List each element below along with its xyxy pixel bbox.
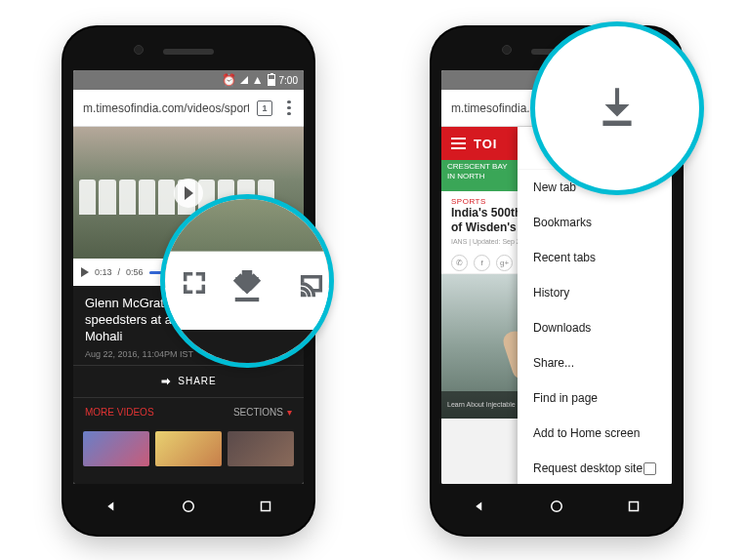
front-camera <box>502 45 512 55</box>
download-icon <box>593 82 642 135</box>
svg-point-2 <box>552 501 562 512</box>
menu-item-downloads[interactable]: Downloads <box>518 310 672 345</box>
duration: 0:56 <box>126 267 144 277</box>
back-button[interactable] <box>471 498 488 519</box>
cast-icon <box>298 271 325 302</box>
front-camera <box>134 45 144 55</box>
menu-item-find[interactable]: Find in page <box>518 380 672 416</box>
thumb-3[interactable] <box>228 431 294 466</box>
battery-icon <box>268 74 275 86</box>
home-button[interactable] <box>548 498 565 519</box>
clock: 7:00 <box>279 75 298 86</box>
play-button[interactable] <box>174 179 203 208</box>
fullscreen-icon <box>181 269 208 300</box>
thumb-1[interactable] <box>83 431 149 466</box>
menu-item-desktop-site[interactable]: Request desktop site <box>518 451 672 484</box>
callout-circle-menu-download <box>530 21 704 195</box>
tab-more-videos[interactable]: MORE VIDEOS <box>85 407 154 418</box>
signal-icon <box>240 76 248 84</box>
android-navbar <box>73 492 304 525</box>
menu-item-share[interactable]: Share... <box>518 345 672 380</box>
section-tabs: MORE VIDEOS SECTIONS <box>73 398 304 427</box>
svg-rect-3 <box>629 502 638 511</box>
speaker <box>163 49 214 55</box>
time-sep: / <box>118 267 121 277</box>
omnibox[interactable]: m.timesofindia.com/videos/sports/crick 1 <box>73 90 304 127</box>
tab-sections[interactable]: SECTIONS <box>233 407 292 418</box>
menu-item-add-home[interactable]: Add to Home screen <box>518 416 672 451</box>
share-label: SHARE <box>178 376 216 386</box>
svg-point-0 <box>184 501 194 512</box>
callout-circle-video-download <box>160 194 334 368</box>
share-bar[interactable]: SHARE <box>73 365 304 398</box>
menu-item-recent-tabs[interactable]: Recent tabs <box>518 240 672 275</box>
play-icon[interactable] <box>81 267 89 277</box>
svg-rect-4 <box>235 298 260 301</box>
menu-item-history[interactable]: History <box>518 275 672 310</box>
wifi-icon: ▲ <box>252 74 264 86</box>
hamburger-icon[interactable] <box>451 138 466 149</box>
svg-rect-1 <box>261 502 270 511</box>
gplus-icon[interactable]: g+ <box>496 255 513 271</box>
recents-button[interactable] <box>257 498 274 519</box>
home-button[interactable] <box>180 498 197 519</box>
thumb-2[interactable] <box>155 431 222 466</box>
download-icon <box>227 265 268 310</box>
url-text[interactable]: m.timesofindia.com/videos/sports/crick <box>83 101 249 115</box>
svg-rect-5 <box>602 121 631 126</box>
elapsed-time: 0:13 <box>95 267 112 277</box>
tab-switcher[interactable]: 1 <box>257 100 272 116</box>
alarm-icon: ⏰ <box>222 74 236 86</box>
back-button[interactable] <box>103 498 120 519</box>
menu-item-bookmarks[interactable]: Bookmarks <box>518 205 672 240</box>
overflow-menu-button[interactable] <box>280 97 298 120</box>
status-bar: ⏰ ▲ 7:00 <box>73 70 304 90</box>
desktop-site-checkbox[interactable] <box>643 462 656 475</box>
recents-button[interactable] <box>625 498 643 519</box>
android-navbar <box>441 492 672 525</box>
video-thumbnails <box>73 427 304 470</box>
whatsapp-icon[interactable]: ✆ <box>451 255 468 271</box>
site-logo[interactable]: TOI <box>474 137 497 151</box>
menu-item-desktop-label: Request desktop site <box>533 461 643 475</box>
facebook-icon[interactable]: f <box>474 255 490 271</box>
share-icon <box>160 376 172 387</box>
